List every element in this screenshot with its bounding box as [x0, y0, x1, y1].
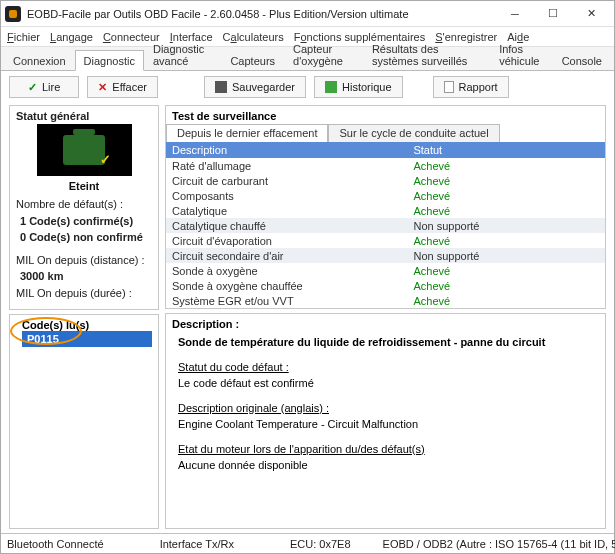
- check-icon: ✓: [28, 81, 37, 94]
- fault-count-label: Nombre de défaut(s) :: [16, 196, 152, 213]
- test-row-desc: Système EGR et/ou VVT: [166, 293, 407, 308]
- app-window: EOBD-Facile par Outils OBD Facile - 2.60…: [0, 0, 615, 554]
- code-item[interactable]: P0115: [22, 331, 152, 347]
- close-button[interactable]: ✕: [572, 2, 610, 26]
- mil-dur-label: MIL On depuis (durée) :: [16, 285, 152, 302]
- etat-value: Aucune donnée disponible: [178, 457, 593, 474]
- test-row-status: Non supporté: [407, 218, 605, 233]
- save-button[interactable]: Sauvegarder: [204, 76, 306, 98]
- test-row-status: Achevé: [407, 233, 605, 248]
- tab-resultats[interactable]: Résultats des systèmes surveillés: [363, 38, 490, 70]
- book-icon: [325, 81, 337, 93]
- tab-diagnostic[interactable]: Diagnostic: [75, 50, 144, 71]
- unconfirmed-codes: 0 Code(s) non confirmé: [20, 229, 152, 246]
- menu-file[interactable]: Fichier: [7, 31, 40, 43]
- test-row-desc: Circuit d'évaporation: [166, 233, 407, 248]
- engine-indicator: [37, 124, 132, 176]
- test-row-desc: Raté d'allumage: [166, 158, 407, 173]
- test-row-status: Achevé: [407, 188, 605, 203]
- status-iface: Interface Tx/Rx: [160, 538, 234, 550]
- erase-button[interactable]: ✕Effacer: [87, 76, 158, 98]
- mil-dist-label: MIL On depuis (distance) :: [16, 252, 152, 269]
- app-icon: [5, 6, 21, 22]
- test-panel: Test de surveillance Depuis le dernier e…: [165, 105, 606, 309]
- status-ecu: ECU: 0x7E8: [290, 538, 351, 550]
- titlebar: EOBD-Facile par Outils OBD Facile - 2.60…: [1, 1, 614, 27]
- save-icon: [215, 81, 227, 93]
- x-icon: ✕: [98, 81, 107, 94]
- read-button[interactable]: ✓Lire: [9, 76, 79, 98]
- test-row-status: Achevé: [407, 203, 605, 218]
- codes-panel: Code(s) lu(s) P0115: [9, 314, 159, 529]
- tab-connexion[interactable]: Connexion: [4, 50, 75, 70]
- tab-infos[interactable]: Infos véhicule: [490, 38, 553, 70]
- status-title: Statut général: [16, 110, 152, 122]
- test-row-status: Achevé: [407, 278, 605, 293]
- test-title: Test de surveillance: [166, 110, 605, 122]
- test-table: Description Statut Raté d'allumageAchevé…: [166, 142, 605, 308]
- test-row-status: Achevé: [407, 293, 605, 308]
- doc-icon: [444, 81, 454, 93]
- test-row-desc: Catalytique chauffé: [166, 218, 407, 233]
- test-row-status: Non supporté: [407, 248, 605, 263]
- desc-headline: Sonde de température du liquide de refro…: [178, 334, 593, 351]
- tab-diag-avance[interactable]: Diagnostic avancé: [144, 38, 221, 70]
- status-bluetooth: Bluetooth Connecté: [7, 538, 104, 550]
- stat-code-label: Statut du code défaut :: [178, 359, 593, 376]
- confirmed-codes: 1 Code(s) confirmé(s): [20, 213, 152, 230]
- tab-console[interactable]: Console: [553, 50, 611, 70]
- test-row-desc: Circuit de carburant: [166, 173, 407, 188]
- maximize-button[interactable]: ☐: [534, 2, 572, 26]
- test-row-status: Achevé: [407, 158, 605, 173]
- minimize-button[interactable]: ─: [496, 2, 534, 26]
- mil-dist-value: 3000 km: [20, 268, 152, 285]
- subtab-since-clear[interactable]: Depuis le dernier effacement: [166, 124, 328, 142]
- report-button[interactable]: Rapport: [433, 76, 509, 98]
- th-status[interactable]: Statut: [407, 142, 605, 158]
- desc-title: Description :: [172, 318, 599, 330]
- th-description[interactable]: Description: [166, 142, 407, 158]
- orig-value: Engine Coolant Temperature - Circuit Mal…: [178, 416, 593, 433]
- statusbar: Bluetooth Connecté Interface Tx/Rx ECU: …: [1, 533, 614, 553]
- window-title: EOBD-Facile par Outils OBD Facile - 2.60…: [27, 8, 496, 20]
- test-row-desc: Composants: [166, 188, 407, 203]
- tab-capteurs[interactable]: Capteurs: [221, 50, 284, 70]
- test-row-desc: Sonde à oxygène chauffée: [166, 278, 407, 293]
- test-row-status: Achevé: [407, 263, 605, 278]
- codes-title: Code(s) lu(s): [22, 319, 152, 331]
- tab-oxygene[interactable]: Capteur d'oxygène: [284, 38, 363, 70]
- menu-lang[interactable]: Langage: [50, 31, 93, 43]
- test-row-desc: Catalytique: [166, 203, 407, 218]
- test-row-desc: Sonde à oxygène: [166, 263, 407, 278]
- toolbar: ✓Lire ✕Effacer Sauvegarder Historique Ra…: [1, 71, 614, 103]
- test-row-status: Achevé: [407, 173, 605, 188]
- engine-state: Eteint: [16, 180, 152, 192]
- test-row-desc: Circuit secondaire d'air: [166, 248, 407, 263]
- subtab-current-cycle[interactable]: Sur le cycle de conduite actuel: [328, 124, 499, 142]
- status-panel: Statut général Eteint Nombre de défaut(s…: [9, 105, 159, 310]
- history-button[interactable]: Historique: [314, 76, 403, 98]
- engine-icon: [63, 135, 105, 165]
- etat-label: Etat du moteur lors de l'apparition du/d…: [178, 441, 593, 458]
- status-proto: EOBD / ODB2 (Autre : ISO 15765-4 (11 bit…: [383, 538, 615, 550]
- stat-code-value: Le code défaut est confirmé: [178, 375, 593, 392]
- description-panel: Description : Sonde de température du li…: [165, 313, 606, 529]
- main-tabbar: Connexion Diagnostic Diagnostic avancé C…: [1, 47, 614, 71]
- menu-calc[interactable]: Calculateurs: [223, 31, 284, 43]
- orig-label: Description originale (anglais) :: [178, 400, 593, 417]
